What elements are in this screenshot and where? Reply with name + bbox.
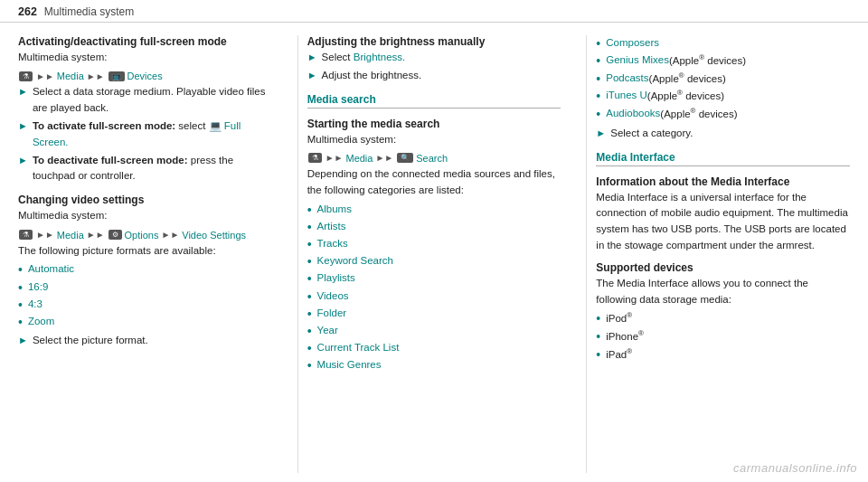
dot-icon: • [596,310,600,326]
arrow-icon-7: ► [596,126,606,141]
page-title: Multimedia system [44,5,134,18]
arrow-line-select-cat: ► Select a category. [596,126,850,142]
list-item: •Music Genres [307,357,561,373]
nav-path-search: ⚗ ►► Media ►► 🔍 Search [307,153,448,164]
media-interface-title: Media Interface [596,151,850,166]
top-bar: 262 Multimedia system [0,0,868,23]
list-item: •Composers [596,35,850,52]
nav-path-1: ⚗ ►► Media ►► 📺 Devices [18,71,163,81]
col2: Adjusting the brightness manually ► Sele… [307,35,578,473]
options-icon: ⚙ [108,230,122,240]
dot-icon: • [596,35,600,52]
watermark: carmanualsonline.info [733,461,857,475]
arrow-icon-2: ► [18,118,28,134]
arrow-text-5: Select Brightness. [322,50,406,66]
dot-icon: • [307,202,312,218]
format-43: 4:3 [28,297,42,313]
col1: Activating/deactivating full-screen mode… [18,35,288,473]
list-item: •Genius Mixes (Apple® devices) [596,52,850,70]
cat-artists: Artists [317,219,346,235]
list-item: •Playlists [307,270,561,287]
col3: •Composers •Genius Mixes (Apple® devices… [596,35,850,473]
cat-music-genres: Music Genres [317,357,382,373]
media-search-desc: Depending on the connected media sources… [307,166,561,199]
arrow-icon-3: ► [18,153,28,168]
nav-media-2: Media [57,230,84,241]
dot-icon: • [307,340,312,356]
section2-heading: Changing video settings [18,194,272,206]
dot-icon: • [307,288,312,305]
cat-composers: Composers [606,35,659,52]
cat-current-track-list: Current Track List [317,340,400,356]
dot-icon: • [307,357,312,373]
formats-list: •Automatic •16:9 •4:3 •Zoom [18,261,272,330]
dot-icon: • [307,236,312,252]
device-ipod: iPod® [606,310,632,327]
nav-path-2: ⚗ ►► Media ►► ⚙ Options ►► Video Setting… [18,230,246,241]
dot-icon: • [18,297,23,313]
arrow-icon-5: ► [307,50,317,65]
list-item: •Year [307,323,561,339]
media-search-intro: Multimedia system: [307,132,561,148]
dot-icon: • [596,52,600,69]
cat-year: Year [317,323,338,339]
list-item: •iPad® [596,346,850,364]
list-item: •Folder [307,306,561,322]
media-interface-body: Media Interface is a universal interface… [596,190,850,254]
dot-icon: • [596,88,600,104]
list-item: •iPhone® [596,328,850,345]
dot-icon: • [596,106,600,122]
arrow-line-brightness: ► Select Brightness. [307,50,561,66]
dot-icon: • [18,314,23,330]
nav-video-settings: Video Settings [182,230,246,241]
list-item: •Keyword Search [307,253,561,269]
arrow-icon-4: ► [18,333,28,348]
audiobooks-suffix: (Apple® devices) [660,106,737,123]
nav-media-label: Media [57,71,84,81]
cat-folder: Folder [317,306,347,322]
formats-intro: The following picture formats are availa… [18,243,272,260]
dot-icon: • [596,328,600,345]
section1-heading: Activating/deactivating full-screen mode [18,35,272,48]
format-zoom: Zoom [28,314,54,330]
podcasts-suffix: (Apple® devices) [649,71,726,88]
dot-icon: • [596,71,600,87]
col-divider-2 [586,35,587,473]
list-item: •Albums [307,202,561,218]
key-icon: ⚗ [19,71,33,81]
nav-options: Options [125,230,159,241]
list-item: •Automatic [18,261,272,278]
cat-tracks: Tracks [317,236,348,252]
cat-keyword-search: Keyword Search [317,253,393,269]
list-item: •Tracks [307,236,561,252]
supported-devices-heading: Supported devices [596,261,850,274]
list-item: •4:3 [18,297,272,313]
dot-icon: • [596,346,600,363]
nav-search: Search [416,153,448,164]
device-ipad: iPad® [606,346,632,364]
key-icon-3: ⚗ [308,153,322,163]
dot-icon: • [18,261,23,278]
cat-videos: Videos [317,288,349,305]
brightness-heading: Adjusting the brightness manually [307,35,561,48]
list-item: •16:9 [18,279,272,296]
cat-albums: Albums [317,202,352,218]
col3-list-continued: •Composers •Genius Mixes (Apple® devices… [596,35,850,123]
section1-intro: Multimedia system: [18,50,272,66]
content-area: Activating/deactivating full-screen mode… [0,23,868,482]
list-item: •Videos [307,288,561,305]
list-item: •iTunes U (Apple® devices) [596,88,850,105]
dot-icon: • [307,219,312,235]
list-item: •iPod® [596,310,850,327]
list-item: •Artists [307,219,561,235]
cat-audiobooks: Audiobooks [606,106,660,122]
media-interface-heading: Information about the Media Interface [596,175,850,188]
list-item: •Podcasts (Apple® devices) [596,71,850,88]
device-iphone: iPhone® [606,328,644,345]
dot-icon: • [18,279,23,296]
screen-icon: 📺 [108,71,125,81]
categories-list: •Albums •Artists •Tracks •Keyword Search… [307,202,561,374]
arrow-icon-6: ► [307,68,317,83]
arrow-line-3: ► To deactivate full-screen mode: press … [18,153,272,185]
dot-icon: • [307,270,312,287]
